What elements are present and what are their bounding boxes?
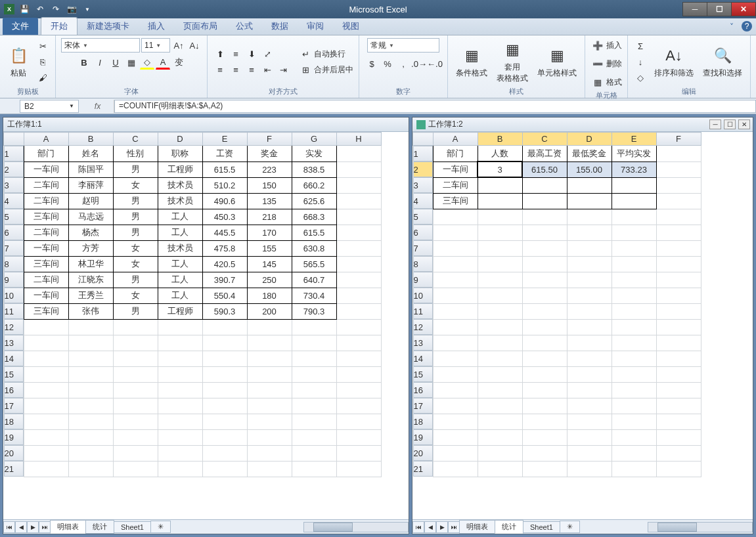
cell[interactable] [656, 414, 701, 429]
cell[interactable]: 女 [113, 240, 158, 256]
cell[interactable] [336, 335, 381, 351]
cell[interactable] [68, 445, 113, 461]
row-20[interactable]: 20 [413, 445, 433, 461]
cell[interactable] [522, 366, 567, 382]
sheet-tab-sheet1[interactable]: Sheet1 [523, 521, 560, 533]
cell[interactable]: 170 [247, 225, 292, 240]
tab-formulas[interactable]: 公式 [227, 18, 262, 35]
cell[interactable] [68, 335, 113, 351]
cell[interactable]: 奖金 [247, 146, 292, 162]
cell[interactable] [611, 319, 656, 335]
cell[interactable] [24, 319, 68, 335]
row-21[interactable]: 21 [413, 461, 433, 477]
cell[interactable] [567, 414, 611, 429]
cell[interactable]: 223 [247, 161, 292, 177]
cell[interactable] [113, 366, 158, 382]
cell[interactable] [24, 461, 68, 477]
cell[interactable] [247, 445, 292, 461]
cell[interactable] [113, 414, 158, 429]
cell[interactable] [567, 382, 611, 398]
cell[interactable] [478, 240, 522, 256]
cell[interactable] [656, 288, 701, 303]
indent-inc-icon[interactable]: ⇥ [276, 62, 290, 77]
cell[interactable] [656, 445, 701, 461]
cell[interactable] [567, 398, 611, 414]
cell[interactable] [433, 240, 478, 256]
cell[interactable] [247, 398, 292, 414]
cell[interactable] [68, 414, 113, 429]
cell[interactable] [611, 445, 656, 461]
row-16[interactable]: 16 [4, 382, 24, 398]
cell[interactable] [202, 351, 247, 366]
cell[interactable]: 男 [113, 209, 158, 225]
tab-nav-last-icon[interactable]: ⏭ [448, 521, 460, 533]
cell[interactable]: 李丽萍 [68, 177, 113, 193]
row-17[interactable]: 17 [413, 398, 433, 414]
close-button[interactable]: ✕ [731, 2, 756, 16]
cell[interactable] [113, 461, 158, 477]
cell[interactable]: 218 [247, 209, 292, 225]
cell[interactable] [522, 193, 567, 209]
cell[interactable] [478, 225, 522, 240]
cell[interactable] [68, 382, 113, 398]
cell[interactable] [433, 256, 478, 272]
cell[interactable] [336, 256, 381, 272]
cell[interactable] [656, 146, 701, 162]
cell[interactable]: 一车间 [24, 161, 68, 177]
sheet-tab-sheet1[interactable]: Sheet1 [114, 521, 151, 533]
cell[interactable] [478, 398, 522, 414]
cell[interactable]: 420.5 [202, 256, 247, 272]
currency-icon[interactable]: $ [365, 56, 379, 71]
cell[interactable] [24, 335, 68, 351]
cell[interactable]: 技术员 [158, 177, 202, 193]
cell[interactable] [202, 382, 247, 398]
cell[interactable] [522, 382, 567, 398]
minimize-button[interactable]: ─ [682, 2, 707, 16]
row-10[interactable]: 10 [413, 288, 433, 303]
row-11[interactable]: 11 [4, 303, 24, 319]
undo-icon[interactable]: ↶ [34, 3, 46, 15]
cell[interactable] [433, 303, 478, 319]
cell[interactable] [478, 382, 522, 398]
cell[interactable] [113, 382, 158, 398]
cell[interactable]: 二车间 [24, 225, 68, 240]
cell[interactable] [24, 414, 68, 429]
format-button[interactable]: ▦格式 [590, 75, 622, 89]
cell[interactable]: 技术员 [158, 240, 202, 256]
cell[interactable]: 实发 [292, 146, 336, 162]
format-painter-icon[interactable]: 🖌 [35, 70, 50, 85]
cell[interactable]: 工程师 [158, 161, 202, 177]
cell[interactable] [478, 414, 522, 429]
col-F[interactable]: F [656, 133, 701, 146]
tab-nav-last-icon[interactable]: ⏭ [39, 521, 51, 533]
sheet-tab-summary[interactable]: 统计 [495, 520, 523, 534]
cell[interactable]: 男 [113, 225, 158, 240]
cell[interactable] [522, 461, 567, 477]
cell[interactable]: 150 [247, 177, 292, 193]
cell[interactable]: 一车间 [24, 240, 68, 256]
cell[interactable] [24, 366, 68, 382]
cell[interactable] [656, 161, 701, 177]
cell[interactable] [656, 319, 701, 335]
cell[interactable] [292, 319, 336, 335]
cell[interactable]: 三车间 [24, 209, 68, 225]
row-16[interactable]: 16 [413, 382, 433, 398]
cell[interactable] [336, 193, 381, 209]
select-all-corner[interactable] [4, 133, 24, 146]
cell[interactable] [522, 225, 567, 240]
number-format-combo[interactable]: 常规▼ [367, 38, 439, 53]
cell[interactable] [433, 445, 478, 461]
cell[interactable] [433, 335, 478, 351]
cell[interactable] [336, 461, 381, 477]
cell[interactable]: 男 [113, 303, 158, 319]
hscroll-thumb[interactable] [313, 523, 353, 532]
shrink-font-icon[interactable]: A↓ [187, 38, 202, 53]
row-13[interactable]: 13 [4, 335, 24, 351]
cell[interactable] [336, 161, 381, 177]
align-right-icon[interactable]: ≡ [244, 62, 259, 77]
tab-data[interactable]: 数据 [262, 18, 298, 35]
align-left-icon[interactable]: ≡ [213, 62, 227, 77]
cell[interactable] [247, 414, 292, 429]
tab-layout[interactable]: 页面布局 [174, 18, 227, 35]
cell[interactable]: 490.6 [202, 193, 247, 209]
